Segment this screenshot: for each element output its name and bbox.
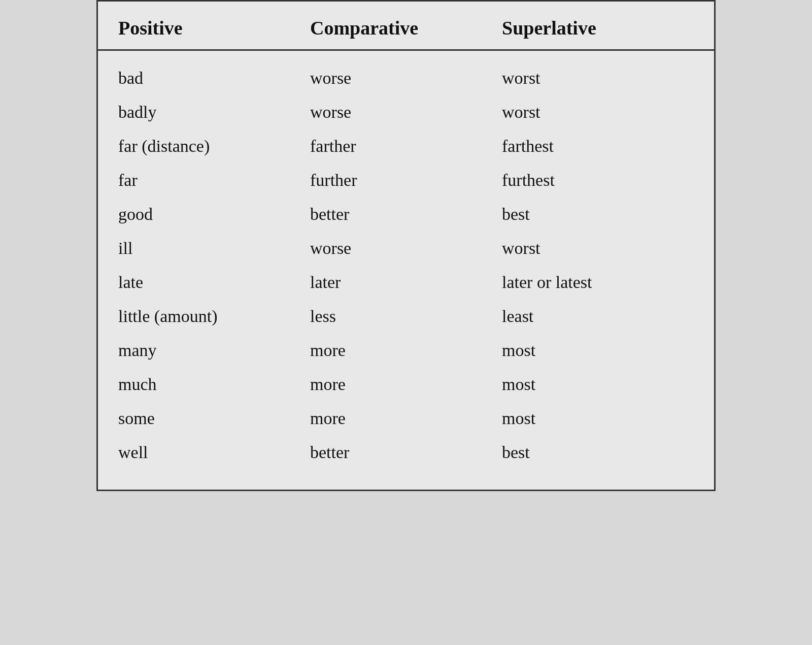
header-superlative: Superlative [502, 17, 694, 39]
cell-positive-6: late [118, 269, 310, 295]
cell-comparative-8: more [310, 337, 502, 363]
table-row: little (amount)lessleast [118, 299, 694, 333]
cell-comparative-10: more [310, 405, 502, 431]
header-comparative: Comparative [310, 17, 502, 39]
cell-superlative-5: worst [502, 235, 694, 261]
cell-comparative-9: more [310, 371, 502, 397]
cell-superlative-2: farthest [502, 133, 694, 159]
cell-superlative-8: most [502, 337, 694, 363]
header-positive: Positive [118, 17, 310, 39]
cell-comparative-1: worse [310, 99, 502, 125]
cell-superlative-3: furthest [502, 167, 694, 193]
cell-positive-7: little (amount) [118, 303, 310, 329]
table-row: somemoremost [118, 401, 694, 435]
cell-superlative-7: least [502, 303, 694, 329]
cell-positive-10: some [118, 405, 310, 431]
cell-comparative-11: better [310, 439, 502, 465]
cell-superlative-4: best [502, 201, 694, 227]
cell-positive-11: well [118, 439, 310, 465]
adjective-table: Positive Comparative Superlative badwors… [96, 0, 716, 491]
cell-positive-3: far [118, 167, 310, 193]
cell-positive-0: bad [118, 65, 310, 91]
cell-comparative-2: farther [310, 133, 502, 159]
table-row: goodbetterbest [118, 197, 694, 231]
table-row: far (distance)fartherfarthest [118, 129, 694, 163]
table-row: badlyworseworst [118, 95, 694, 129]
cell-superlative-0: worst [502, 65, 694, 91]
cell-superlative-6: later or latest [502, 269, 694, 295]
cell-comparative-5: worse [310, 235, 502, 261]
cell-superlative-10: most [502, 405, 694, 431]
table-body: badworseworstbadlyworseworstfar (distanc… [98, 51, 714, 490]
cell-superlative-1: worst [502, 99, 694, 125]
table-header: Positive Comparative Superlative [98, 2, 714, 51]
table-row: badworseworst [118, 61, 694, 95]
table-row: manymoremost [118, 333, 694, 367]
table-row: farfurtherfurthest [118, 163, 694, 197]
cell-comparative-6: later [310, 269, 502, 295]
cell-superlative-11: best [502, 439, 694, 465]
cell-positive-8: many [118, 337, 310, 363]
cell-positive-1: badly [118, 99, 310, 125]
cell-comparative-7: less [310, 303, 502, 329]
cell-comparative-0: worse [310, 65, 502, 91]
cell-positive-2: far (distance) [118, 133, 310, 159]
cell-positive-9: much [118, 371, 310, 397]
cell-positive-4: good [118, 201, 310, 227]
table-row: latelaterlater or latest [118, 265, 694, 299]
table-row: wellbetterbest [118, 435, 694, 469]
cell-comparative-3: further [310, 167, 502, 193]
cell-superlative-9: most [502, 371, 694, 397]
table-row: muchmoremost [118, 367, 694, 401]
table-row: illworseworst [118, 231, 694, 265]
cell-positive-5: ill [118, 235, 310, 261]
cell-comparative-4: better [310, 201, 502, 227]
